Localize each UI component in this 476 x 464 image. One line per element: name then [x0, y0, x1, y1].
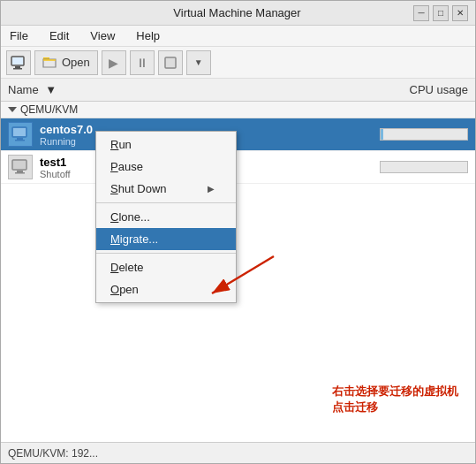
svg-rect-13 — [13, 161, 26, 169]
cpu-bar-inner — [381, 129, 383, 140]
play-button[interactable]: ▶ — [102, 50, 126, 75]
stop-button[interactable] — [158, 50, 183, 75]
ctx-open-label: Open — [110, 283, 139, 296]
title-bar: Virtual Machine Manager ─ □ ✕ — [1, 1, 475, 26]
pause-icon: ⏸ — [136, 56, 148, 70]
svg-rect-14 — [17, 171, 23, 172]
svg-rect-1 — [15, 66, 20, 68]
vm-item-test1[interactable]: test1 Shutoff — [1, 151, 475, 184]
status-bar: QEMU/KVM: 192... — [1, 442, 475, 463]
dropdown-button[interactable]: ▼ — [186, 50, 211, 75]
window-controls: ─ □ ✕ — [413, 5, 468, 21]
svg-rect-11 — [15, 140, 25, 141]
cpu-bar-outer-2 — [380, 161, 468, 173]
vm-item-centos[interactable]: centos7.0 Running — [1, 118, 475, 151]
computer-icon — [11, 55, 26, 71]
svg-rect-9 — [13, 128, 26, 136]
list-header: Name ▼ CPU usage — [1, 79, 475, 102]
maximize-button[interactable]: □ — [433, 5, 449, 21]
column-cpu: CPU usage — [353, 83, 468, 96]
group-label: QEMU/KVM — [20, 103, 78, 116]
ctx-shutdown[interactable]: Shut Down ▶ — [96, 178, 236, 200]
open-button[interactable]: Open — [34, 50, 98, 75]
menu-bar: File Edit View Help — [1, 26, 475, 47]
window-title: Virtual Machine Manager — [61, 6, 413, 19]
svg-line-17 — [212, 256, 274, 293]
ctx-clone[interactable]: Clone... — [96, 206, 236, 228]
svg-rect-15 — [15, 172, 25, 174]
ctx-delete-label: Delete — [110, 261, 144, 274]
ctx-clone-label: Clone... — [110, 210, 150, 224]
close-button[interactable]: ✕ — [452, 5, 468, 21]
ctx-run[interactable]: Run — [96, 133, 236, 156]
cpu-bar-outer — [380, 128, 468, 141]
ctx-sep-1 — [96, 202, 236, 203]
svg-rect-2 — [13, 68, 22, 70]
open-icon — [42, 55, 58, 71]
menu-help[interactable]: Help — [131, 28, 165, 43]
column-name: Name ▼ — [8, 83, 353, 96]
status-text: QEMU/KVM: 192... — [8, 447, 98, 460]
submenu-arrow-icon: ▶ — [208, 184, 215, 194]
ctx-pause[interactable]: Pause — [96, 156, 236, 178]
vm-display-icon — [11, 126, 29, 143]
group-expand-icon[interactable] — [8, 107, 17, 112]
vm-display-icon-2 — [11, 158, 29, 176]
vm-cpu-centos — [353, 128, 468, 141]
vm-icon-test1 — [8, 155, 33, 179]
ctx-run-label: Run — [110, 138, 132, 151]
annotation-arrow-svg — [185, 239, 291, 318]
vm-group-qemu: QEMU/KVM — [1, 102, 475, 118]
ctx-pause-label: Pause — [110, 160, 143, 173]
dropdown-arrow-icon: ▼ — [194, 57, 203, 67]
vm-cpu-test1 — [353, 161, 468, 173]
menu-edit[interactable]: Edit — [44, 28, 74, 43]
svg-rect-3 — [12, 57, 23, 65]
play-icon: ▶ — [109, 56, 118, 70]
stop-icon — [163, 56, 178, 70]
ctx-migrate-label: Migrate... — [110, 232, 158, 246]
name-dropdown-icon[interactable]: ▼ — [45, 83, 57, 96]
toolbar: Open ▶ ⏸ ▼ — [1, 47, 475, 79]
minimize-button[interactable]: ─ — [413, 5, 429, 21]
menu-view[interactable]: View — [85, 28, 120, 43]
svg-rect-7 — [166, 58, 175, 67]
vm-icon-toolbar-button[interactable] — [6, 50, 31, 75]
vm-icon-centos — [8, 122, 33, 147]
pause-button[interactable]: ⏸ — [130, 50, 155, 75]
menu-file[interactable]: File — [4, 28, 34, 43]
annotation-text: 右击选择要迁移的虚拟机 点击迁移 — [332, 384, 458, 415]
open-label: Open — [62, 56, 90, 69]
svg-rect-10 — [17, 138, 23, 140]
ctx-shutdown-label: Shut Down — [110, 182, 167, 195]
